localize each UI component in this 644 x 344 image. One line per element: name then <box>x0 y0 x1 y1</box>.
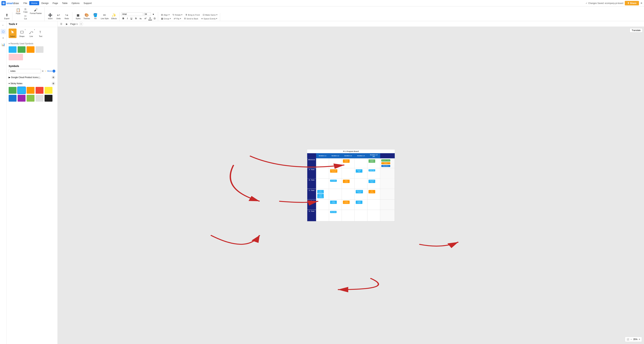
recent-symbol-1[interactable] <box>8 46 16 53</box>
nav-support[interactable]: Support <box>82 1 94 5</box>
dteam-it15[interactable] <box>367 199 380 210</box>
bteam-it11[interactable] <box>316 178 329 189</box>
nav-options[interactable]: Options <box>70 1 82 5</box>
make-ads[interactable]: Make Ads & Content <box>356 190 363 193</box>
bring-to-front-button[interactable]: ⬆ Bring to Front <box>184 13 201 16</box>
make-same-button[interactable]: ⊡ Make Same ▾ <box>202 13 218 16</box>
rotate-button[interactable]: ↻ Rotate ▾ <box>172 13 184 16</box>
ateam-it13[interactable] <box>342 168 354 179</box>
bteam-it14[interactable] <box>354 178 367 189</box>
underline-button[interactable]: U <box>130 17 133 20</box>
sticky-black[interactable] <box>44 95 52 102</box>
nav-design[interactable]: Design <box>40 1 50 5</box>
zoom-out-button[interactable]: − <box>630 338 632 341</box>
cteam-it11[interactable]: User Research Create User Personas <box>316 189 329 199</box>
cteam-it15[interactable]: User Connect <box>367 189 380 199</box>
admin-controls[interactable]: Admin Controls <box>343 180 350 183</box>
bold-button[interactable]: B <box>122 17 125 20</box>
bteam-it13[interactable]: Admin Controls <box>342 178 354 189</box>
share-button[interactable]: ⬆ Share <box>625 1 639 5</box>
align-button[interactable]: ⊞ Align ▾ <box>160 13 170 16</box>
milestones-it11[interactable] <box>316 158 329 168</box>
dteam-it11[interactable] <box>316 199 329 210</box>
ateam-it12[interactable]: Shared User Accounts <box>329 168 342 179</box>
graphic-design[interactable]: Graphic Design <box>356 201 362 204</box>
milestones-it14[interactable] <box>354 158 367 168</box>
redo-button[interactable]: ↪ Redo <box>63 12 71 20</box>
styles-button[interactable]: ◼ Styles <box>74 12 82 20</box>
shapes-icon[interactable]: ⬡ <box>1 29 6 34</box>
sticky-notes-header[interactable]: ▾ Sticky Notes ⚙ <box>6 81 58 86</box>
sql-setup[interactable]: SQL Setup <box>330 211 336 213</box>
subscript-button[interactable]: x₂ <box>138 17 143 20</box>
bteam-it15[interactable]: QA & Bug Fixes <box>367 178 380 189</box>
translate-button[interactable]: Translate <box>630 28 642 32</box>
mobile-app[interactable]: Mobile App <box>368 169 375 171</box>
recent-symbol-3[interactable] <box>26 46 34 53</box>
paste-button[interactable]: 📋 Paste <box>14 7 22 20</box>
canvas-area[interactable]: PI 1 Program Board Iteration 1.1 Iterati… <box>58 27 644 344</box>
shape-tool[interactable]: Shape ▾ <box>18 28 26 38</box>
cteam-it13[interactable] <box>342 189 354 199</box>
font-color-button[interactable]: A <box>148 16 152 20</box>
expand-button[interactable]: ▶ <box>65 22 69 26</box>
tools-title[interactable]: Tools ▾ <box>8 23 17 25</box>
milestones-it12[interactable] <box>329 158 342 168</box>
ateam-it11[interactable] <box>316 168 329 179</box>
group-button[interactable]: ▦ Group ▾ <box>160 17 172 20</box>
shared-user-accounts[interactable]: Shared User Accounts <box>330 169 337 173</box>
insert-button[interactable]: ➕ Insert <box>46 12 54 20</box>
space-evenly-button[interactable]: ⇔ Space Evenly ▾ <box>200 17 218 20</box>
italic-button[interactable]: I <box>126 17 129 20</box>
eye-icon[interactable]: 👁 <box>640 2 642 4</box>
qa-bug-fixes[interactable]: QA & Bug Fixes <box>368 180 375 183</box>
milestones-it13[interactable]: Website Launch <box>342 158 354 168</box>
strikethrough-button[interactable]: S <box>134 17 138 20</box>
sticky-yellow[interactable] <box>44 87 52 94</box>
recent-symbol-2[interactable] <box>18 46 26 53</box>
line-tool[interactable]: Line ▾ <box>27 28 35 38</box>
font-name-input[interactable] <box>122 12 143 16</box>
recent-symbol-4[interactable] <box>36 46 44 53</box>
recently-used-title[interactable]: ▾ Recently Used Symbols <box>8 42 55 45</box>
line-style-button[interactable]: ✏ Line Style <box>100 12 110 20</box>
zoom-in-button[interactable]: + <box>638 338 640 341</box>
recent-symbol-5[interactable] <box>8 54 23 60</box>
send-to-back-button[interactable]: ⬇ Send to Back <box>183 17 199 20</box>
asset-creation[interactable]: Asset Creation <box>330 201 337 204</box>
eteam-it11[interactable] <box>316 210 329 221</box>
effects-button[interactable]: ✨ Effects <box>110 12 118 20</box>
create-user-personas[interactable]: Create User Personas <box>317 194 324 198</box>
flip-button[interactable]: ⇄ Flip ▾ <box>173 17 182 20</box>
nav-home[interactable]: Home <box>29 1 39 5</box>
cut-button[interactable]: ✂ Cut <box>22 14 28 20</box>
google-cloud-header[interactable]: ▶ Google Cloud Product Icons (... ⚙ <box>6 75 58 80</box>
back-icon[interactable]: ← <box>1 23 6 28</box>
superscript-button[interactable]: x² <box>144 17 148 20</box>
product-launch[interactable]: Product Launch <box>368 159 375 163</box>
font-more-button[interactable]: Ω <box>153 17 157 20</box>
export-button[interactable]: ⬆ Export <box>3 12 11 20</box>
milestones-it15[interactable]: Product Launch <box>367 158 380 168</box>
data-icon[interactable]: 📊 <box>1 42 6 47</box>
nav-page[interactable]: Page <box>51 1 60 5</box>
undo-button[interactable]: ↩ Undo <box>54 12 62 20</box>
sticky-blue-light[interactable] <box>18 87 26 94</box>
feature-badge[interactable]: Feature <box>381 162 390 164</box>
dteam-it14[interactable]: Graphic Design <box>354 199 367 210</box>
star-icon[interactable]: ☆ <box>44 70 46 72</box>
sticky-purple[interactable] <box>18 95 26 102</box>
user-connect[interactable]: User Connect <box>368 190 375 193</box>
sticky-red[interactable] <box>36 87 44 94</box>
eteam-it12[interactable]: SQL Setup <box>329 210 342 221</box>
ateam-it15[interactable]: Mobile App <box>367 168 380 179</box>
copy-button[interactable]: ⎘ Copy <box>22 7 28 13</box>
sticky-green[interactable] <box>8 87 16 94</box>
dteam-it13[interactable]: Product Customizer <box>342 199 354 210</box>
nav-file[interactable]: File <box>22 1 29 5</box>
milestone-event[interactable]: Milestone / Event <box>381 159 390 162</box>
font-size-down[interactable]: ▾ <box>152 12 155 16</box>
more-button[interactable]: More + <box>47 70 55 72</box>
develop-app[interactable]: Develop App <box>356 169 362 173</box>
dependency-badge[interactable]: Dependency <box>381 165 390 167</box>
